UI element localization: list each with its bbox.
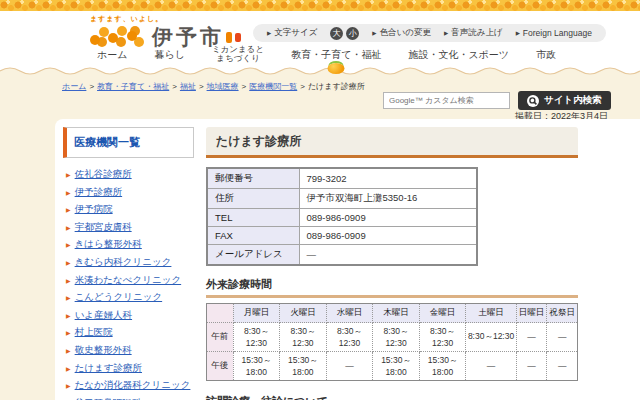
breadcrumb-medical-list[interactable]: 医療機関一覧 bbox=[249, 82, 297, 91]
sidebar-item-kihara[interactable]: きはら整形外科 bbox=[66, 238, 194, 251]
wavy-border bbox=[0, 64, 640, 77]
hours-am-tue: 8:30～12:30 bbox=[280, 323, 327, 352]
sidebar-item-takemasu[interactable]: たけます診療所 bbox=[66, 362, 194, 375]
breadcrumb-education[interactable]: 教育・子育て・福祉 bbox=[97, 82, 169, 91]
breadcrumb-separator: > bbox=[242, 82, 247, 91]
table-row: TEL 089-986-0909 bbox=[207, 209, 477, 227]
table-row: 月曜日 火曜日 水曜日 木曜日 金曜日 土曜日 日曜日 祝祭日 bbox=[207, 304, 578, 323]
search-input[interactable] bbox=[383, 92, 510, 109]
table-row-pm: 午後 15:30～18:00 15:30～18:00 — 15:30～18:00… bbox=[207, 352, 578, 381]
color-change-label: 色合いの変更 bbox=[380, 27, 431, 39]
hours-am-sun: — bbox=[516, 323, 547, 352]
hours-col-tue: 火曜日 bbox=[280, 304, 327, 323]
table-row: メールアドレス — bbox=[207, 245, 477, 266]
hours-col-blank bbox=[207, 304, 234, 323]
breadcrumb-current-page: たけます診療所 bbox=[308, 82, 365, 91]
sidebar-item-keishi[interactable]: 敬史整形外科 bbox=[66, 344, 194, 357]
hours-pm-tue: 15:30～18:00 bbox=[280, 352, 327, 381]
info-label-tel: TEL bbox=[207, 209, 299, 227]
hours-col-holiday: 祝祭日 bbox=[547, 304, 578, 323]
hours-pm-sat: — bbox=[466, 352, 516, 381]
hours-col-fri: 金曜日 bbox=[419, 304, 466, 323]
font-large-button[interactable]: 大 bbox=[330, 27, 343, 40]
breadcrumb-separator: > bbox=[300, 82, 305, 91]
hours-pm-wed: — bbox=[326, 352, 373, 381]
hours-table: 月曜日 火曜日 水曜日 木曜日 金曜日 土曜日 日曜日 祝祭日 午前 8:30～… bbox=[206, 303, 578, 381]
logo-stamp-icon bbox=[226, 32, 232, 43]
clinic-info-table: 郵便番号 799-3202 住所 伊予市双海町上灘5350-16 TEL 089… bbox=[206, 167, 478, 266]
sidebar-item-tanaka[interactable]: たなか消化器科クリニック bbox=[66, 379, 194, 392]
nav-living[interactable]: 暮らし bbox=[154, 49, 184, 60]
sidebar-item-kondo[interactable]: こんどうクリニック bbox=[66, 291, 194, 304]
foreign-language-link[interactable]: Foreign Language bbox=[516, 28, 592, 38]
page-title: たけます診療所 bbox=[206, 127, 578, 158]
info-value-postal: 799-3202 bbox=[299, 168, 477, 189]
table-row: 住所 伊予市双海町上灘5350-16 bbox=[207, 189, 477, 209]
font-size-text: 文字サイズ bbox=[274, 27, 317, 39]
hours-am-holiday: — bbox=[547, 323, 578, 352]
magnifier-icon bbox=[527, 95, 539, 107]
info-value-tel: 089-986-0909 bbox=[299, 209, 477, 227]
global-nav: ホーム 暮らし ミカンまると まちづくり 教育・子育て・福祉 施設・文化・スポー… bbox=[0, 44, 640, 64]
hours-col-sat: 土曜日 bbox=[466, 304, 516, 323]
visit-heading: 訪問診療・往診について bbox=[206, 394, 578, 400]
mikan-pattern-banner bbox=[0, 0, 640, 11]
hours-am-fri: 8:30～12:30 bbox=[419, 323, 466, 352]
nav-mikan-machizukuri[interactable]: ミカンまると まちづくり bbox=[212, 45, 264, 64]
info-value-email: — bbox=[299, 245, 477, 266]
hours-col-sun: 日曜日 bbox=[516, 304, 547, 323]
hours-heading: 外来診療時間 bbox=[206, 277, 578, 298]
logo-stamp-red-icon bbox=[235, 33, 241, 42]
color-change-link[interactable]: 色合いの変更 bbox=[372, 27, 431, 39]
breadcrumb-separator: > bbox=[89, 82, 94, 91]
sidebar-item-murakami[interactable]: 村上医院 bbox=[66, 326, 194, 339]
breadcrumb-regional-medical[interactable]: 地域医療 bbox=[207, 82, 239, 91]
breadcrumb-welfare[interactable]: 福祉 bbox=[180, 82, 196, 91]
nav-city-government[interactable]: 市政 bbox=[536, 49, 556, 60]
breadcrumb: ホーム>教育・子育て・福祉>福祉>地域医療>医療機関一覧>たけます診療所 bbox=[62, 81, 365, 92]
info-label-fax: FAX bbox=[207, 227, 299, 245]
breadcrumb-separator: > bbox=[199, 82, 204, 91]
table-row-am: 午前 8:30～12:30 8:30～12:30 8:30～12:30 8:30… bbox=[207, 323, 578, 352]
font-size-label: 文字サイズ bbox=[267, 27, 317, 39]
hours-am-mon: 8:30～12:30 bbox=[233, 323, 280, 352]
info-value-address: 伊予市双海町上灘5350-16 bbox=[299, 189, 477, 209]
hours-row-pm-label: 午後 bbox=[207, 352, 234, 381]
info-value-fax: 089-986-0909 bbox=[299, 227, 477, 245]
breadcrumb-home[interactable]: ホーム bbox=[62, 82, 86, 91]
foreign-language-label: Foreign Language bbox=[523, 28, 592, 38]
sidebar-item-utsunomiya[interactable]: 宇都宮皮膚科 bbox=[66, 221, 194, 234]
sidebar-item-watanabe[interactable]: 米湊わたなべクリニック bbox=[66, 274, 194, 287]
hours-pm-mon: 15:30～18:00 bbox=[233, 352, 280, 381]
hours-col-mon: 月曜日 bbox=[233, 304, 280, 323]
site-header: ますます、いよし。 伊予市 文字サイズ 大 小 色合いの変更 音声読み上げ Fo… bbox=[0, 11, 640, 64]
sidebar-item-iyo-sanfujinka[interactable]: いよ産婦人科 bbox=[66, 309, 194, 322]
main-content: たけます診療所 郵便番号 799-3202 住所 伊予市双海町上灘5350-16… bbox=[206, 127, 578, 400]
info-label-email: メールアドレス bbox=[207, 245, 299, 266]
sidebar-item-kimura[interactable]: きむら内科クリニック bbox=[66, 256, 194, 269]
font-size-buttons: 大 小 bbox=[330, 27, 359, 40]
table-row: FAX 089-986-0909 bbox=[207, 227, 477, 245]
nav-facilities-culture-sports[interactable]: 施設・文化・スポーツ bbox=[408, 49, 509, 60]
hours-pm-fri: 15:30～18:00 bbox=[419, 352, 466, 381]
content-panel: 医療機関一覧 佐礼谷診療所 伊予診療所 伊予病院 宇都宮皮膚科 きはら整形外科 … bbox=[55, 119, 640, 400]
hours-pm-holiday: — bbox=[547, 352, 578, 381]
sidebar-medical-list: 医療機関一覧 佐礼谷診療所 伊予診療所 伊予病院 宇都宮皮膚科 きはら整形外科 … bbox=[63, 127, 194, 400]
table-row: 郵便番号 799-3202 bbox=[207, 168, 477, 189]
nav-home[interactable]: ホーム bbox=[97, 49, 127, 60]
audio-readout-label: 音声読み上げ bbox=[451, 27, 502, 39]
hours-am-wed: 8:30～12:30 bbox=[326, 323, 373, 352]
hours-am-thu: 8:30～12:30 bbox=[373, 323, 420, 352]
font-small-button[interactable]: 小 bbox=[346, 27, 359, 40]
info-label-postal: 郵便番号 bbox=[207, 168, 299, 189]
sidebar-item-iyo-hospital[interactable]: 伊予病院 bbox=[66, 203, 194, 216]
search-button-label: サイト内検索 bbox=[544, 94, 602, 107]
search-button[interactable]: サイト内検索 bbox=[518, 91, 611, 110]
sidebar-item-iyo-clinic[interactable]: 伊予診療所 bbox=[66, 186, 194, 199]
hours-am-sat: 8:30～12:30 bbox=[466, 323, 516, 352]
audio-readout-link[interactable]: 音声読み上げ bbox=[444, 27, 503, 39]
sidebar-title: 医療機関一覧 bbox=[63, 127, 194, 158]
sidebar-item-sareidani[interactable]: 佐礼谷診療所 bbox=[66, 168, 194, 181]
hours-pm-thu: 15:30～18:00 bbox=[373, 352, 420, 381]
nav-education-welfare[interactable]: 教育・子育て・福祉 bbox=[291, 49, 381, 60]
